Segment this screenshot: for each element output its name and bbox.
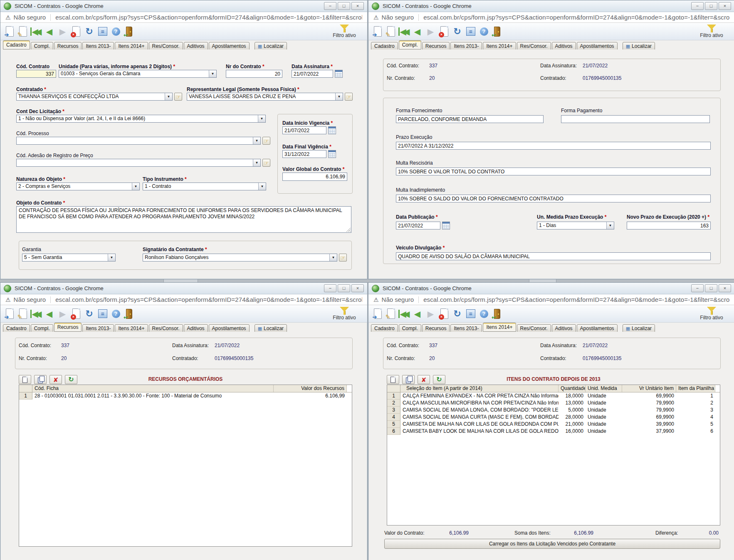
maximize-button[interactable]: □	[705, 2, 717, 10]
carregar-itens-button[interactable]: Carregar os Itens da Licitação Vencidos …	[384, 539, 720, 549]
garantia-select[interactable]: 5 - Sem Garantia	[22, 254, 116, 261]
calendar-icon[interactable]	[335, 70, 343, 78]
titlebar[interactable]: SICOM - Contratos - Google Chrome − □ ×	[368, 283, 734, 294]
tab[interactable]: Aditivos	[552, 42, 576, 50]
tab[interactable]: Cadastro	[371, 324, 398, 333]
help-icon[interactable]	[109, 25, 122, 39]
cod-adesao-select[interactable]	[16, 159, 261, 167]
minimize-button[interactable]: −	[691, 284, 704, 292]
tab[interactable]: Itens 2014+	[483, 323, 516, 332]
signatario-lookup-hand-icon[interactable]	[339, 254, 347, 261]
maximize-button[interactable]: □	[338, 2, 350, 10]
tab[interactable]: Res/Consor.	[149, 324, 183, 333]
header-valor-recursos[interactable]: Valor dos Recursos	[274, 385, 347, 392]
help-icon[interactable]	[477, 307, 490, 321]
delete-record-icon[interactable]: ×	[437, 25, 450, 39]
novo-prazo-field[interactable]: 163	[627, 222, 711, 229]
tab[interactable]: Compl.	[31, 324, 53, 333]
edit-record-icon[interactable]: ✎	[16, 307, 29, 321]
tab[interactable]: Apostilamentos	[577, 324, 618, 333]
cod-processo-lookup-hand-icon[interactable]	[262, 137, 270, 145]
delete-record-icon[interactable]: ×	[69, 307, 82, 321]
data-assinatura-field[interactable]: 21/07/2022	[292, 70, 333, 78]
tab[interactable]: Recursos	[422, 324, 450, 333]
tab[interactable]: Itens 2013-	[450, 324, 482, 333]
table-row[interactable]: 1 28 - 01003001 01.031.0001 2.011 - 3.3.…	[19, 392, 352, 400]
tab[interactable]: Cadastro	[3, 324, 30, 333]
tab[interactable]: Recursos	[54, 42, 82, 50]
veiculo-field[interactable]: QUADRO DE AVISO DO SALÃO DA CÂMARA MUNIC…	[396, 252, 711, 260]
signatario-select[interactable]: Ronilson Fabiano Gonçalves	[143, 254, 337, 261]
tab[interactable]: Compl.	[399, 40, 421, 49]
tab[interactable]: Apostilamentos	[209, 324, 250, 333]
tab[interactable]: Aditivos	[552, 324, 576, 333]
filter-active[interactable]: Filtro ativo	[328, 306, 361, 321]
report-icon[interactable]: ≡	[464, 307, 477, 321]
tab[interactable]: Aditivos	[184, 324, 208, 333]
tab[interactable]: Itens 2013-	[82, 324, 114, 333]
first-record-icon[interactable]: ◀◀	[398, 25, 410, 39]
multa-rescisoria-field[interactable]: 10% SOBRE O VALOR TOTAL DO CONTRATO	[396, 168, 711, 175]
objeto-textarea[interactable]: CONTRAÇÃO DE PESSOA FÍSICA OU JURÍDICA P…	[16, 206, 351, 233]
refresh-icon[interactable]: ↻	[451, 25, 464, 39]
nr-contrato-field[interactable]: 20	[226, 70, 282, 78]
titlebar[interactable]: SICOM - Contratos - Google Chrome − □ ×	[0, 283, 367, 294]
refresh-icon[interactable]: ↻	[451, 307, 464, 321]
report-icon[interactable]: ≡	[96, 25, 109, 39]
cont-dec-licitacao-select[interactable]: 1 - Não ou Dispensa por Valor (art. 24, …	[16, 115, 266, 123]
url-text[interactable]: escal.com.br/cps/form.jsp?sys=CPS&action…	[423, 14, 729, 21]
report-icon[interactable]: ≡	[96, 307, 109, 321]
edit-record-icon[interactable]: ✎	[384, 307, 397, 321]
contratado-select[interactable]: THIANNA SERVIÇOS E CONFECÇÃO LTDA	[16, 93, 173, 101]
close-button[interactable]: ×	[719, 284, 731, 292]
report-icon[interactable]: ≡	[464, 25, 477, 39]
delete-record-icon[interactable]: ×	[69, 25, 82, 39]
not-secure-warning-icon[interactable]: ⚠	[373, 296, 379, 303]
url-bar[interactable]: ⚠ Não seguro escal.com.br/cps/form.jsp?s…	[368, 294, 734, 305]
first-record-icon[interactable]: ◀◀	[30, 25, 42, 39]
new-record-icon[interactable]: ➜	[3, 307, 16, 321]
edit-record-icon[interactable]: ✎	[16, 25, 29, 39]
new-record-icon[interactable]: ➜	[3, 25, 16, 39]
first-record-icon[interactable]: ◀◀	[30, 307, 42, 321]
first-record-icon[interactable]: ◀◀	[398, 307, 410, 321]
unidade-select[interactable]: 01003 - Serviços Gerais da Câmara	[59, 70, 217, 78]
filter-active[interactable]: Filtro ativo	[695, 306, 728, 321]
new-record-icon[interactable]: ➜	[371, 307, 384, 321]
previous-record-icon[interactable]: ◀	[43, 25, 56, 39]
url-bar[interactable]: ⚠ Não seguro escal.com.br/cps/form.jsp?s…	[368, 12, 734, 23]
tab[interactable]: Compl.	[31, 42, 53, 50]
table-row[interactable]: 5 CAMISETA DE MALHA NA COR LILAS DE GOLA…	[387, 421, 720, 428]
data-final-field[interactable]: 31/12/2022	[282, 150, 326, 158]
previous-record-icon[interactable]: ◀	[43, 307, 56, 321]
table-row[interactable]: 1 CALÇA FEMININA EXPANDEX - NA COR PRETA…	[387, 392, 720, 400]
tab[interactable]: Recursos	[422, 42, 450, 50]
table-row[interactable]: 6 CAMISETA BABY LOOK DE MALHA NA COR LIL…	[387, 428, 720, 435]
delete-record-icon[interactable]: ×	[437, 307, 450, 321]
exit-icon[interactable]: ↩	[491, 307, 504, 321]
help-icon[interactable]	[477, 25, 490, 39]
maximize-button[interactable]: □	[705, 284, 717, 292]
not-secure-warning-icon[interactable]: ⚠	[373, 14, 379, 21]
forma-fornecimento-field[interactable]: PARCELADO, CONFORME DEMANDA	[396, 115, 544, 123]
contratado-lookup-hand-icon[interactable]	[174, 93, 182, 101]
forma-pagamento-field[interactable]	[561, 115, 710, 123]
tab[interactable]: Itens 2013-	[82, 42, 114, 50]
close-button[interactable]: ×	[719, 2, 731, 10]
new-record-icon[interactable]: ➜	[371, 25, 384, 39]
tab[interactable]: Itens 2014+	[115, 324, 148, 333]
table-row[interactable]: 4 CAMISA SOCIAL DE MANGA CURTA (MASC E F…	[387, 414, 720, 421]
minimize-button[interactable]: −	[691, 2, 704, 10]
tab[interactable]: Res/Consor.	[517, 42, 551, 50]
tab[interactable]: Itens 2014+	[483, 42, 516, 50]
url-bar[interactable]: ⚠ Não seguro escal.com.br/cps/form.jsp?s…	[0, 294, 367, 305]
representante-select[interactable]: VANESSA LAISSE SOARES DA CRUZ E PENA	[187, 93, 343, 101]
tab[interactable]: Itens 2013-	[450, 42, 482, 50]
un-medida-select[interactable]: 1 - Dias	[537, 222, 614, 229]
table-row[interactable]: 3 CAMISA SOCIAL DE MANGA LONGA, COM BORD…	[387, 407, 720, 414]
exit-icon[interactable]: ↩	[123, 307, 136, 321]
tab[interactable]: Aditivos	[184, 42, 208, 50]
tab[interactable]: Recursos	[54, 323, 82, 332]
header-unid-medida[interactable]: Unid. Medida	[586, 385, 622, 392]
tipo-instrumento-select[interactable]: 1 - Contrato	[143, 183, 266, 190]
